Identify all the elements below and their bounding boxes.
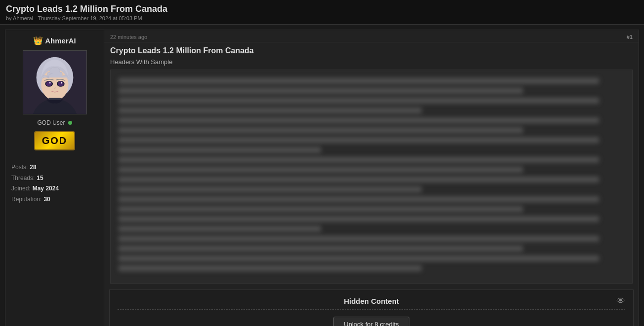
threads-value: 15 xyxy=(37,173,43,184)
svg-point-8 xyxy=(49,82,50,84)
page-header: Crypto Leads 1.2 Million From Canada by … xyxy=(0,0,644,25)
blur-line xyxy=(119,216,599,222)
reputation-value: 30 xyxy=(43,194,50,205)
blur-line xyxy=(119,98,599,104)
blur-line xyxy=(119,88,523,94)
post-content-title: Crypto Leads 1.2 Million From Canada xyxy=(104,42,639,57)
threads-label: Threads: xyxy=(11,173,35,184)
blur-line xyxy=(119,117,599,123)
blur-line xyxy=(119,186,422,192)
blurred-rows xyxy=(119,78,624,271)
eye-icon: 👁 xyxy=(616,296,625,306)
blur-line xyxy=(119,127,523,133)
crown-icon: 👑 xyxy=(33,36,43,45)
user-stats: Posts: 28 Threads: 15 Joined: May 2024 R… xyxy=(11,162,98,205)
blur-line xyxy=(119,206,523,212)
blur-line xyxy=(119,78,599,84)
joined-value: May 2024 xyxy=(33,183,59,194)
page-meta: by Ahmerai - Thursday September 19, 2024… xyxy=(6,15,638,21)
user-role-row: GOD User xyxy=(11,119,98,126)
blur-line xyxy=(119,265,422,271)
user-panel: 👑AhmerAI xyxy=(5,30,104,326)
user-name-row: 👑AhmerAI xyxy=(11,36,98,45)
hidden-content-block: Hidden Content 👁 Unlock for 8 credits xyxy=(109,290,634,326)
post-timestamp: 22 minutes ago xyxy=(110,34,147,40)
reputation-label: Reputation: xyxy=(11,194,41,205)
blur-line xyxy=(119,246,523,252)
online-indicator xyxy=(68,121,72,125)
stat-reputation: Reputation: 30 xyxy=(11,194,98,205)
unlock-button[interactable]: Unlock for 8 credits xyxy=(333,317,409,326)
user-role: GOD User xyxy=(37,119,65,126)
god-badge: GOD xyxy=(34,131,76,150)
post-number: #1 xyxy=(627,34,633,40)
posts-label: Posts: xyxy=(11,162,28,173)
joined-label: Joined: xyxy=(11,183,31,194)
blur-line xyxy=(119,196,599,202)
svg-rect-10 xyxy=(48,98,61,100)
stat-threads: Threads: 15 xyxy=(11,173,98,184)
hidden-content-header: Hidden Content 👁 xyxy=(118,297,625,310)
blur-line xyxy=(119,157,599,163)
blur-line xyxy=(119,177,599,182)
svg-point-6 xyxy=(46,81,52,86)
blurred-content xyxy=(110,70,633,284)
post-meta-bar: 22 minutes ago #1 xyxy=(104,30,639,42)
blur-line xyxy=(119,236,599,242)
svg-point-9 xyxy=(61,82,62,84)
post-content-area: 22 minutes ago #1 Crypto Leads 1.2 Milli… xyxy=(104,30,639,326)
svg-point-7 xyxy=(57,81,63,86)
blur-line xyxy=(119,226,321,232)
blur-line xyxy=(119,167,523,173)
post-wrapper: 👑AhmerAI xyxy=(5,30,639,326)
post-subtitle: Headers With Sample xyxy=(104,57,639,70)
god-badge-wrapper: GOD xyxy=(11,131,98,156)
page-title: Crypto Leads 1.2 Million From Canada xyxy=(6,4,638,14)
blur-line xyxy=(119,108,422,113)
hidden-content-title: Hidden Content xyxy=(344,297,399,305)
posts-value: 28 xyxy=(30,162,36,173)
username[interactable]: AhmerAI xyxy=(45,36,76,45)
stat-joined: Joined: May 2024 xyxy=(11,183,98,194)
blur-line xyxy=(119,137,599,143)
stat-posts: Posts: 28 xyxy=(11,162,98,173)
blur-line xyxy=(119,147,321,153)
blur-line xyxy=(119,255,599,261)
avatar xyxy=(23,50,87,114)
